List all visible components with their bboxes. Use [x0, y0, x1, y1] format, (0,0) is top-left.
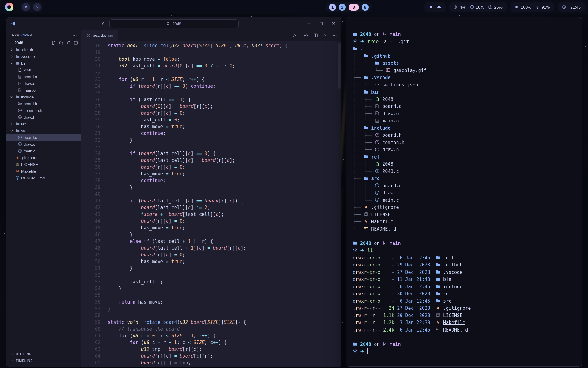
close-editor-button[interactable] [323, 33, 327, 38]
license-icon [436, 313, 440, 317]
prompt-arrow-icon [360, 39, 365, 44]
explorer-item-main.c[interactable]: Cmain.c [6, 148, 81, 154]
weather-widget[interactable] [424, 2, 446, 12]
terminal-line: │ ├── C board.c [353, 182, 575, 190]
collapse-folders-button[interactable] [74, 41, 78, 45]
line-number: 42 [81, 204, 108, 211]
terminal-line: ├── include [353, 125, 575, 132]
audio-network-widget[interactable]: 100% 91% [511, 2, 554, 12]
explorer-item-label: .github [21, 48, 33, 52]
sidebar-section-timeline[interactable]: TIMELINE [6, 357, 81, 364]
terminal-window[interactable]: 2048 on main tree -a -I .git .├── .githu… [346, 17, 582, 367]
makefile-icon: M [436, 320, 440, 325]
nav-back-button[interactable] [101, 21, 105, 26]
explorer-item-board.c[interactable]: Cboard.c [6, 134, 81, 141]
file-icon [375, 162, 379, 166]
explorer-item-label: common.h [24, 108, 42, 113]
folder-icon [375, 61, 379, 65]
explorer-item-board.h[interactable]: Hboard.h [6, 100, 81, 107]
line-number: 44 [81, 218, 108, 224]
object-file-icon: 01 [18, 81, 22, 86]
explorer-item-draw.h[interactable]: Hdraw.h [6, 114, 81, 121]
sidebar-section-outline[interactable]: OUTLINE [6, 351, 81, 357]
explorer-item-include[interactable]: include [6, 94, 81, 100]
code-editor[interactable]: 18static bool _slide_col(u32 board[SIZE]… [81, 41, 341, 367]
terminal-line: ├── M Makefile [353, 218, 575, 226]
code-line: 44 board[r][c] = 0; [81, 218, 341, 224]
editor-more-actions-button[interactable] [332, 33, 337, 38]
command-center-search[interactable]: 2048 [109, 19, 239, 28]
folder-icon [15, 122, 20, 126]
explorer-item-label: main.c [24, 149, 35, 153]
folder-icon [364, 75, 368, 80]
close-button[interactable] [331, 21, 336, 26]
explorer-project-row[interactable]: 2048 [6, 40, 81, 46]
c-file-icon: C [18, 149, 22, 153]
editor-scrollbar[interactable] [338, 43, 341, 89]
skip-previous-icon [24, 6, 28, 9]
new-file-button[interactable] [52, 41, 56, 45]
clock-widget[interactable]: 21:46 [558, 2, 585, 12]
svg-text:i: i [17, 177, 18, 179]
settings-gear-button[interactable] [304, 33, 308, 38]
refresh-explorer-button[interactable] [66, 41, 71, 45]
line-number: 53 [81, 278, 108, 285]
new-folder-button[interactable] [59, 41, 63, 45]
sidebar-footer: OUTLINETIMELINE [6, 349, 81, 367]
line-number: 22 [81, 69, 108, 76]
explorer-item-Makefile[interactable]: MMakefile [6, 168, 81, 174]
terminal-line: ├── .vscode [353, 74, 575, 82]
workspace-8[interactable]: 8 [362, 4, 369, 11]
media-prev-button[interactable] [22, 3, 30, 11]
explorer-item-LICENSE[interactable]: LICENSE [6, 161, 81, 168]
explorer-item-.gitignore[interactable]: .gitignore [6, 154, 81, 161]
explorer-item-label: LICENSE [21, 162, 38, 167]
explorer-item-2048[interactable]: 2048 [6, 67, 81, 73]
svg-text:01: 01 [19, 76, 21, 78]
h-file-icon: H [18, 108, 22, 113]
chevron-right-icon [10, 352, 14, 356]
workspace-1[interactable]: 1 [329, 4, 336, 11]
terminal-line: │ └── 01 main.o [353, 117, 575, 125]
system-logo-icon[interactable] [5, 3, 13, 11]
maximize-button[interactable] [319, 21, 323, 26]
terminal-line: ├── .gitignore [353, 204, 575, 211]
system-stats[interactable]: 4% 16% 25% [449, 2, 507, 12]
explorer-item-draw.c[interactable]: Cdraw.c [6, 141, 81, 148]
code-line: 31 continue; [81, 130, 341, 137]
explorer-item-main.o[interactable]: 01main.o [6, 87, 81, 94]
explorer-item-.vscode[interactable]: .vscode [6, 53, 81, 60]
cpu-stat: 4% [454, 5, 466, 10]
wifi-stat: 91% [535, 5, 550, 10]
terminal-line: tree -a -I .git [353, 38, 575, 46]
explorer-item-ref[interactable]: ref [6, 121, 81, 127]
explorer-item-common.h[interactable]: Hcommon.h [6, 107, 81, 114]
folder-icon [353, 241, 357, 245]
explorer-item-bin[interactable]: bin [6, 60, 81, 67]
workspace-3[interactable]: 3 [349, 4, 359, 11]
explorer-item-label: src [21, 128, 26, 133]
disk-icon [488, 5, 492, 9]
explorer-item-src[interactable]: src [6, 127, 81, 134]
c-file-icon: C [375, 169, 379, 173]
tab-board.c[interactable]: C board.c src [81, 30, 118, 41]
svg-text:C: C [377, 148, 378, 151]
media-next-button[interactable] [33, 3, 41, 11]
editor-titlebar[interactable]: 2048 [6, 17, 341, 30]
minimize-button[interactable] [307, 21, 311, 26]
explorer-item-draw.o[interactable]: 01draw.o [6, 80, 81, 87]
split-editor-button[interactable] [313, 33, 318, 38]
workspace-2[interactable]: 2 [339, 4, 346, 11]
run-file-button[interactable] [292, 33, 299, 38]
terminal-line: 2048 on main [353, 341, 575, 348]
terminal-line: │ ├── 01 draw.o [353, 110, 575, 118]
explorer-more-actions-button[interactable] [73, 33, 77, 37]
folder-icon [436, 263, 440, 267]
explorer-item-README.md[interactable]: iREADME.md [6, 174, 81, 181]
folder-icon [436, 284, 440, 289]
line-number: 47 [81, 238, 108, 245]
makefile-icon: M [15, 169, 20, 173]
explorer-item-board.o[interactable]: 01board.o [6, 73, 81, 80]
line-number: 24 [81, 83, 108, 90]
explorer-item-.github[interactable]: .github [6, 46, 81, 53]
